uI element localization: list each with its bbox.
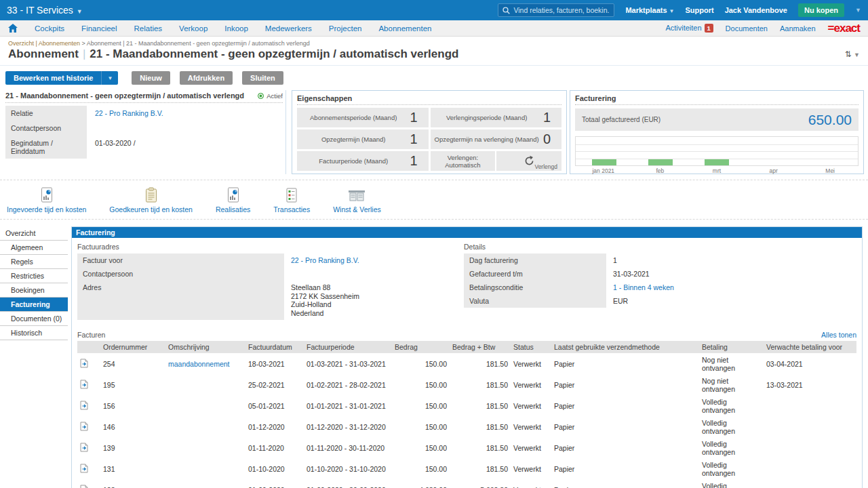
- adres-label: Adres: [77, 281, 284, 320]
- column-header[interactable]: Verwachte betaling voor: [764, 341, 856, 353]
- invoice-ordernummer: 131: [100, 458, 165, 479]
- invoice-ordernummer: 195: [100, 374, 165, 395]
- breadcrumb-current: > Abonnement | 21 - Maandabonnement - ge…: [81, 40, 309, 47]
- exact-logo[interactable]: =exact: [828, 22, 860, 35]
- tab-historisch[interactable]: Historisch: [0, 326, 68, 340]
- home-icon[interactable]: [8, 24, 18, 33]
- facturen-title: Facturen: [77, 331, 105, 339]
- nav-item[interactable]: Abonnementen: [378, 24, 431, 33]
- tab-documenten[interactable]: Documenten (0): [0, 312, 68, 326]
- factuur-voor-label: Factuur voor: [77, 253, 284, 267]
- invoice-factuurdatum: 05-01-2021: [245, 395, 304, 416]
- invoice-document-icon[interactable]: [80, 485, 88, 488]
- new-button[interactable]: Nieuw: [132, 71, 170, 85]
- tab-restricties[interactable]: Restricties: [0, 269, 68, 283]
- tab-overzicht[interactable]: Overzicht: [0, 226, 68, 241]
- factuuradres-title: Factuuradres: [77, 243, 464, 251]
- buy-now-button[interactable]: Nu kopen: [798, 3, 844, 17]
- betalingsconditie-link[interactable]: 1 - Binnen 4 weken: [613, 283, 674, 291]
- invoice-status: Verwerkt: [511, 395, 551, 416]
- column-header[interactable]: Omschrijving: [165, 341, 245, 353]
- division-menu[interactable]: 33 - IT Services▼: [7, 5, 83, 16]
- shortcut-transacties[interactable]: Transacties: [273, 187, 310, 214]
- nav-item[interactable]: Medewerkers: [265, 24, 312, 33]
- nav-item[interactable]: Inkoop: [224, 24, 248, 33]
- support-link[interactable]: Support: [685, 6, 713, 14]
- eigenschap-value: 0: [543, 131, 561, 147]
- nav-item[interactable]: Verkoop: [179, 24, 208, 33]
- edit-with-history-button[interactable]: Bewerken met historie: [5, 71, 101, 85]
- invoice-row: 131 01-10-2020 01-10-2020 - 31-10-2020 1…: [77, 458, 856, 479]
- show-all-link[interactable]: Alles tonen: [821, 331, 856, 339]
- close-button[interactable]: Sluiten: [242, 71, 283, 85]
- eigenschap-label: Abonnementsperiode (Maand): [297, 114, 410, 121]
- invoice-document-icon[interactable]: [80, 443, 88, 452]
- title-divider: |: [79, 47, 90, 60]
- marktplaats-menu[interactable]: Marktplaats▼: [625, 6, 674, 14]
- invoice-document-icon[interactable]: [80, 359, 88, 368]
- aanmaken-link[interactable]: Aanmaken: [780, 24, 816, 33]
- factuur-voor-link[interactable]: 22 - Pro Ranking B.V.: [291, 256, 359, 264]
- chart-gridline: [576, 151, 858, 152]
- relatie-link[interactable]: 22 - Pro Ranking B.V.: [95, 109, 163, 117]
- invoice-factuurperiode: 01-01-2021 - 31-01-2021: [304, 395, 392, 416]
- tab-algemeen[interactable]: Algemeen: [0, 241, 68, 255]
- invoice-status: Verwerkt: [511, 374, 551, 395]
- documenten-link[interactable]: Documenten: [726, 24, 768, 33]
- nav-item[interactable]: Projecten: [329, 24, 362, 33]
- invoice-row: 156 05-01-2021 01-01-2021 - 31-01-2021 1…: [77, 395, 856, 416]
- invoice-omschrijving-link[interactable]: maandabonnement: [168, 360, 230, 368]
- renew-icon[interactable]: [524, 155, 535, 167]
- main-nav: Cockpits Financieel Relaties Verkoop Ink…: [0, 20, 868, 37]
- global-search[interactable]: [498, 3, 614, 17]
- search-input[interactable]: [513, 6, 610, 14]
- column-header[interactable]: Bedrag: [392, 341, 450, 353]
- column-header[interactable]: Ordernummer: [100, 341, 165, 353]
- nav-item[interactable]: Financieel: [81, 24, 117, 33]
- adres-line: 2172 KK Sassenheim: [291, 292, 457, 301]
- user-menu[interactable]: Jack Vandenbove: [725, 6, 787, 14]
- shortcut-ingevoerde-tijd-en-kosten[interactable]: Ingevoerde tijd en kosten: [7, 187, 86, 214]
- print-button[interactable]: Afdrukken: [180, 71, 233, 85]
- shortcut-goedkeuren-tijd-en-kosten[interactable]: Goedkeuren tijd en kosten: [109, 187, 193, 214]
- activiteiten-label: Activiteiten: [665, 24, 701, 32]
- view-options-button[interactable]: ⇅ ▼: [845, 49, 860, 59]
- column-header[interactable]: Factuurdatum: [245, 341, 304, 353]
- shortcut-label: Ingevoerde tijd en kosten: [7, 205, 86, 214]
- invoice-document-icon[interactable]: [80, 401, 88, 410]
- invoice-ordernummer: 139: [100, 437, 165, 458]
- column-header[interactable]: Status: [511, 341, 551, 353]
- edit-dropdown-button[interactable]: ▼: [101, 71, 118, 85]
- tab-regels[interactable]: Regels: [0, 255, 68, 269]
- activiteiten-link[interactable]: Activiteiten1: [665, 24, 713, 33]
- invoice-bedrag: 150.00: [392, 395, 450, 416]
- adres-line: Steellaan 88: [291, 283, 457, 292]
- invoice-bedrag: 150.00: [392, 458, 450, 479]
- invoice-factuurdatum: 01-09-2020: [245, 479, 304, 488]
- topbar: 33 - IT Services▼ Marktplaats▼ Support J…: [0, 0, 868, 20]
- tab-boekingen[interactable]: Boekingen: [0, 283, 68, 298]
- tab-facturering[interactable]: Facturering: [0, 298, 68, 312]
- invoice-bedrag-btw: 181.50: [450, 395, 511, 416]
- column-header[interactable]: Bedrag + Btw: [450, 341, 511, 353]
- invoice-factuurperiode: 01-10-2020 - 31-10-2020: [304, 458, 392, 479]
- column-header[interactable]: Laatst gebruikte verzendmethode: [551, 341, 699, 353]
- invoice-status: Verwerkt: [511, 458, 551, 479]
- invoice-status: Verwerkt: [511, 416, 551, 437]
- column-header[interactable]: Betaling: [699, 341, 764, 353]
- nav-item[interactable]: Relaties: [134, 24, 163, 33]
- eigenschap-value: 1: [543, 110, 561, 125]
- status-label: Actief: [267, 92, 283, 100]
- invoice-status: Verwerkt: [511, 479, 551, 488]
- nav-item[interactable]: Cockpits: [35, 24, 64, 33]
- shortcut-realisaties[interactable]: Realisaties: [216, 187, 250, 214]
- invoice-verzendmethode: Papier: [551, 458, 699, 479]
- chevron-down-icon[interactable]: ▼: [855, 7, 861, 14]
- shortcut-winst-verlies[interactable]: Winst & Verlies: [333, 187, 381, 214]
- invoice-document-icon[interactable]: [80, 464, 88, 473]
- breadcrumb-link[interactable]: Overzicht | Abonnementen: [8, 40, 80, 47]
- invoice-bedrag-btw: 181.50: [450, 353, 511, 374]
- column-header[interactable]: Factuurperiode: [304, 341, 392, 353]
- invoice-document-icon[interactable]: [80, 380, 88, 389]
- invoice-document-icon[interactable]: [80, 422, 88, 431]
